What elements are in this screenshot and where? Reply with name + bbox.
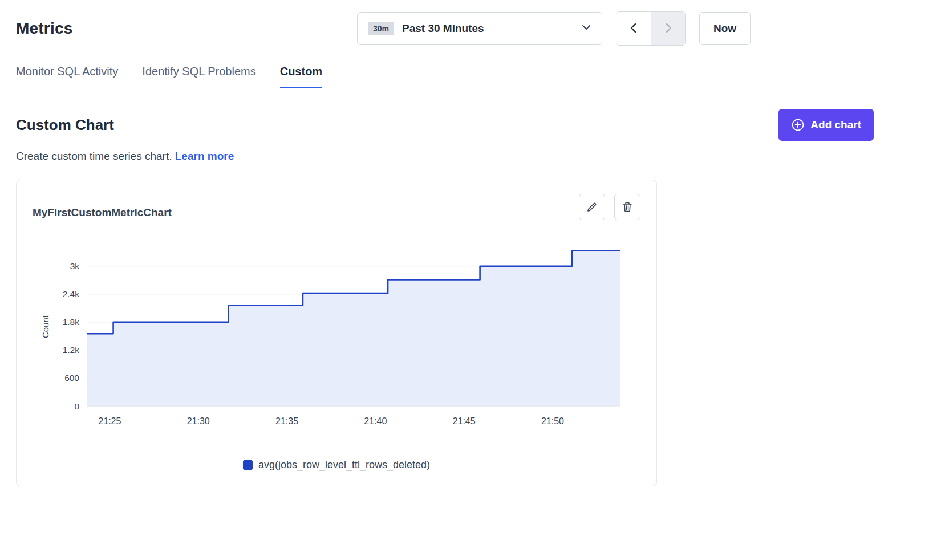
tab-identify-sql-problems[interactable]: Identify SQL Problems	[142, 65, 255, 88]
delete-chart-button[interactable]	[614, 194, 640, 220]
time-controls: 30m Past 30 Minutes Now	[357, 11, 751, 46]
custom-chart-svg: 06001.2k1.8k2.4k3k21:2521:3021:3521:4021…	[33, 235, 640, 435]
chart-area: 06001.2k1.8k2.4k3k21:2521:3021:3521:4021…	[33, 235, 640, 437]
svg-text:21:50: 21:50	[541, 416, 564, 426]
page-title: Metrics	[16, 19, 72, 38]
learn-more-link[interactable]: Learn more	[175, 150, 234, 162]
section-title: Custom Chart	[16, 116, 114, 134]
chart-title: MyFirstCustomMetricChart	[33, 206, 172, 219]
tab-custom[interactable]: Custom	[280, 65, 322, 88]
svg-text:21:40: 21:40	[364, 416, 387, 426]
svg-text:2.4k: 2.4k	[63, 289, 80, 299]
svg-text:1.2k: 1.2k	[63, 345, 80, 355]
svg-text:0: 0	[74, 401, 79, 411]
legend-label: avg(jobs_row_level_ttl_rows_deleted)	[258, 459, 430, 471]
time-range-select[interactable]: 30m Past 30 Minutes	[357, 12, 602, 45]
pencil-icon	[586, 201, 598, 213]
section-subtitle: Create custom time series chart. Learn m…	[0, 150, 941, 163]
metrics-page: Metrics 30m Past 30 Minutes	[0, 0, 941, 560]
chart-legend[interactable]: avg(jobs_row_level_ttl_rows_deleted)	[33, 459, 640, 471]
chart-actions	[579, 194, 640, 220]
svg-text:3k: 3k	[70, 261, 80, 271]
plus-circle-icon	[791, 118, 805, 132]
tabs: Monitor SQL Activity Identify SQL Proble…	[0, 65, 941, 88]
svg-text:600: 600	[64, 373, 79, 383]
section-head: Custom Chart Add chart	[0, 109, 941, 141]
chevron-right-icon	[663, 22, 674, 35]
time-range-badge: 30m	[368, 22, 394, 35]
svg-text:21:30: 21:30	[187, 416, 210, 426]
chevron-left-icon	[628, 22, 639, 35]
trash-icon	[621, 201, 634, 213]
time-range-label: Past 30 Minutes	[402, 22, 484, 35]
svg-text:1.8k: 1.8k	[63, 317, 80, 327]
edit-chart-button[interactable]	[579, 194, 605, 220]
card-divider	[33, 445, 640, 445]
add-chart-label: Add chart	[810, 119, 861, 131]
prev-time-button[interactable]	[616, 12, 651, 45]
svg-text:21:45: 21:45	[453, 416, 476, 426]
now-button[interactable]: Now	[699, 12, 751, 45]
svg-text:21:25: 21:25	[98, 416, 121, 426]
custom-chart-card: MyFirstCustomMetricChart 06001.2k1.8k2.4…	[16, 180, 657, 486]
time-pager	[616, 11, 686, 46]
tab-monitor-sql-activity[interactable]: Monitor SQL Activity	[16, 65, 118, 88]
topbar: Metrics 30m Past 30 Minutes	[0, 0, 941, 46]
svg-text:Count: Count	[40, 315, 50, 338]
chevron-down-icon	[581, 22, 591, 35]
add-chart-button[interactable]: Add chart	[778, 109, 874, 141]
legend-swatch	[243, 460, 253, 470]
chart-card-head: MyFirstCustomMetricChart	[33, 194, 640, 220]
section-subtitle-text: Create custom time series chart.	[16, 150, 172, 162]
next-time-button[interactable]	[651, 12, 685, 45]
svg-text:21:35: 21:35	[275, 416, 298, 426]
